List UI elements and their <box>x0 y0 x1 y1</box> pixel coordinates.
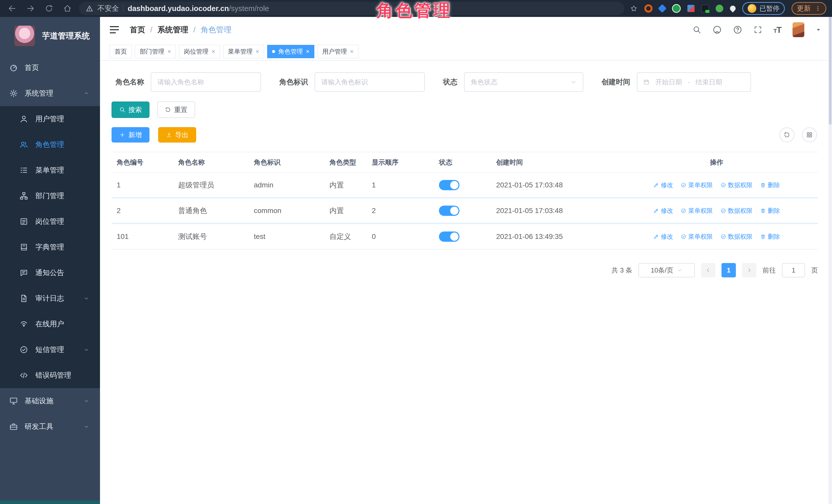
avatar[interactable] <box>792 22 804 37</box>
page-scrollbar[interactable] <box>828 17 832 504</box>
export-button[interactable]: 导出 <box>158 127 196 142</box>
font-size-icon[interactable]: TT <box>774 25 781 35</box>
github-icon[interactable] <box>712 25 722 34</box>
extension-icon[interactable] <box>701 5 709 12</box>
breadcrumb-item[interactable]: 首页 <box>130 25 145 35</box>
close-icon[interactable]: × <box>350 49 354 55</box>
tab-item[interactable]: 部门管理× <box>135 45 176 58</box>
tab-item[interactable]: 首页 <box>110 45 132 58</box>
edit-link[interactable]: 修改 <box>653 207 673 215</box>
sidebar-item[interactable]: 研发工具 <box>0 414 100 440</box>
menu-permission-link[interactable]: 菜单权限 <box>681 181 713 189</box>
sidebar-item[interactable]: 菜单管理 <box>0 157 100 183</box>
breadcrumb-item[interactable]: 系统管理 <box>157 25 188 35</box>
data-permission-link[interactable]: 数据权限 <box>721 181 753 189</box>
table-cell: 自定义 <box>324 232 367 241</box>
close-icon[interactable]: × <box>167 49 171 55</box>
tags-view-bar: 首页部门管理×岗位管理×菜单管理×角色管理×用户管理× <box>100 43 832 60</box>
close-icon[interactable]: × <box>256 49 259 55</box>
app-logo-row[interactable]: 芋道管理系统 <box>0 17 100 55</box>
sidebar-item[interactable]: 基础设施 <box>0 388 100 414</box>
extension-icon[interactable] <box>716 5 723 12</box>
edit-link[interactable]: 修改 <box>653 181 673 189</box>
refresh-table-button[interactable] <box>779 127 794 142</box>
tab-item[interactable]: 菜单管理× <box>223 45 264 58</box>
address-bar[interactable]: 不安全 dashboard.yudao.iocoder.cn/system/ro… <box>79 2 624 15</box>
edit-link[interactable]: 修改 <box>653 233 673 241</box>
delete-link[interactable]: 删除 <box>760 207 780 215</box>
date-end-placeholder: 结束日期 <box>696 78 722 87</box>
status-toggle[interactable] <box>439 232 460 242</box>
sidebar-item[interactable]: 字典管理 <box>0 234 100 260</box>
browser-update-button[interactable]: 更新 <box>791 2 826 15</box>
table-header-row: 角色编号角色名称角色标识角色类型显示顺序状态创建时间操作 <box>111 152 818 173</box>
sidebar-item[interactable]: 岗位管理 <box>0 209 100 234</box>
created-time-cell: 2021-01-06 13:49:35 <box>491 233 610 241</box>
sidebar-item[interactable]: 在线用户 <box>0 311 100 337</box>
reset-button[interactable]: 重置 <box>157 102 195 118</box>
delete-link[interactable]: 删除 <box>760 181 780 189</box>
status-select[interactable]: 角色状态 <box>464 72 583 92</box>
role-key-input[interactable] <box>315 72 425 92</box>
goto-page-input[interactable] <box>782 263 805 277</box>
sidebar-item[interactable]: 系统管理 <box>0 80 100 106</box>
tab-item[interactable]: 用户管理× <box>317 45 359 58</box>
sidebar-item[interactable]: 用户管理 <box>0 106 100 132</box>
fullscreen-icon[interactable] <box>754 25 762 34</box>
trash-icon <box>760 208 766 214</box>
breadcrumb-item[interactable]: 角色管理 <box>201 25 232 35</box>
extension-icon[interactable] <box>729 4 737 12</box>
table-tools <box>779 127 817 142</box>
column-settings-button[interactable] <box>802 127 817 142</box>
data-permission-link[interactable]: 数据权限 <box>721 233 753 241</box>
extension-icon[interactable] <box>687 5 695 12</box>
home-icon[interactable] <box>63 4 72 13</box>
extension-icon[interactable] <box>672 4 681 13</box>
menu-permission-link[interactable]: 菜单权限 <box>681 233 713 241</box>
caret-down-icon[interactable] <box>815 27 821 32</box>
close-icon[interactable]: × <box>211 49 215 55</box>
close-icon[interactable]: × <box>306 49 310 55</box>
add-button[interactable]: 新增 <box>111 127 150 142</box>
sidebar-item[interactable]: 错误码管理 <box>0 363 100 388</box>
sidebar-item[interactable]: 部门管理 <box>0 183 100 209</box>
tab-item[interactable]: 岗位管理× <box>179 45 220 58</box>
help-icon[interactable] <box>733 25 742 34</box>
page-number-button[interactable]: 1 <box>722 263 736 277</box>
page-size-select[interactable]: 10条/页 <box>639 263 695 277</box>
search-icon[interactable] <box>693 25 701 34</box>
sidebar-item[interactable]: 角色管理 <box>0 132 100 157</box>
create-time-label: 创建时间 <box>601 77 630 87</box>
column-header: 显示顺序 <box>367 158 434 167</box>
delete-link[interactable]: 删除 <box>760 233 780 241</box>
forward-icon[interactable] <box>26 4 35 13</box>
sidebar-item[interactable]: 审计日志 <box>0 286 100 311</box>
goto-label: 前往 <box>762 266 776 275</box>
scrollbar-thumb[interactable] <box>829 17 831 125</box>
back-icon[interactable] <box>8 4 17 13</box>
bookmark-star-icon[interactable] <box>630 5 638 12</box>
extension-icon[interactable] <box>658 4 667 13</box>
filter-actions: 搜索 重置 <box>111 102 818 118</box>
sidebar-item[interactable]: 首页 <box>0 55 100 80</box>
create-time-range-picker[interactable]: 开始日期 - 结束日期 <box>637 72 751 92</box>
data-permission-link[interactable]: 数据权限 <box>721 207 753 215</box>
next-page-button[interactable] <box>742 263 756 277</box>
sidebar-toggle-icon[interactable] <box>110 26 119 33</box>
edit-icon <box>653 182 659 188</box>
tab-active[interactable]: 角色管理× <box>267 45 314 58</box>
prev-page-button[interactable] <box>701 263 716 277</box>
emoji-avatar-icon <box>748 4 756 13</box>
book-icon <box>20 243 28 251</box>
role-name-input[interactable] <box>151 72 261 92</box>
edit-icon <box>653 234 659 239</box>
status-toggle[interactable] <box>439 180 460 190</box>
menu-permission-link[interactable]: 菜单权限 <box>681 207 713 215</box>
status-toggle[interactable] <box>439 206 460 216</box>
sidebar-item[interactable]: 短信管理 <box>0 337 100 363</box>
extension-icon[interactable] <box>644 4 652 12</box>
search-button[interactable]: 搜索 <box>111 102 150 118</box>
reload-icon[interactable] <box>45 4 53 13</box>
sidebar-item[interactable]: 通知公告 <box>0 260 100 286</box>
profile-paused-pill[interactable]: 已暂停 <box>742 2 785 15</box>
